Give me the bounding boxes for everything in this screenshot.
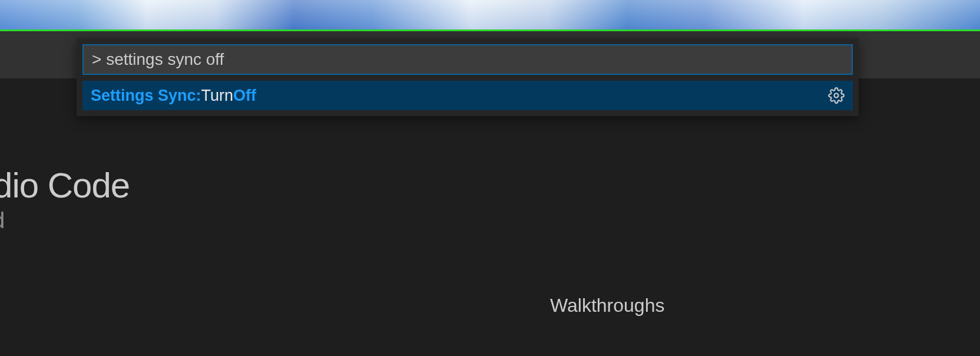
- welcome-subtitle: lved: [0, 208, 130, 233]
- command-result-label: Settings Sync: Turn Off: [91, 87, 256, 105]
- gear-icon[interactable]: [828, 87, 845, 104]
- welcome-title: tudio Code: [0, 165, 130, 206]
- welcome-area: tudio Code lved: [0, 165, 130, 233]
- command-result-item[interactable]: Settings Sync: Turn Off: [82, 81, 853, 110]
- result-prefix-highlight: Settings Sync:: [91, 87, 201, 105]
- walkthroughs-heading: Walkthroughs: [550, 295, 664, 317]
- command-palette-input[interactable]: [82, 44, 853, 75]
- window-sky-background: [0, 0, 980, 29]
- result-suffix-highlight: Off: [233, 87, 256, 105]
- svg-point-0: [835, 94, 839, 98]
- result-middle-text: Turn: [201, 87, 234, 105]
- command-palette: Settings Sync: Turn Off: [77, 38, 859, 116]
